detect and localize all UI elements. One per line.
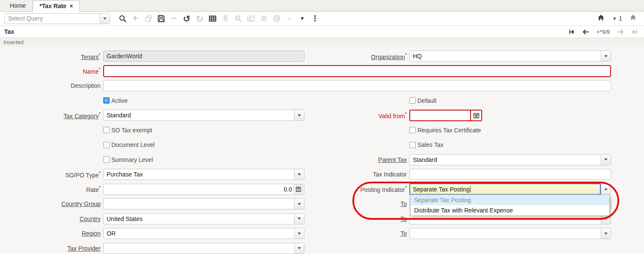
collapse-small-icon[interactable]: ▴ bbox=[285, 13, 294, 24]
tab-bar: Home *Tax Rate × bbox=[0, 0, 644, 12]
sales-tax-checkbox-box[interactable] bbox=[409, 142, 416, 148]
menu-down-icon[interactable]: ▼ bbox=[298, 13, 307, 24]
select-query-dropdown-button[interactable] bbox=[100, 14, 110, 24]
select-query-combobox bbox=[4, 13, 110, 24]
tax-category-dropdown-button[interactable] bbox=[294, 110, 304, 120]
tax-category-label: Tax Category* bbox=[0, 111, 103, 120]
posting-indicator-dropdown-list: Separate Tax Posting Distribute Tax with… bbox=[410, 194, 610, 216]
tenant-field: GardenWorld bbox=[103, 51, 304, 62]
parent-tax-dropdown-button[interactable] bbox=[601, 155, 611, 165]
copy-record-icon[interactable] bbox=[143, 13, 153, 24]
tenant-label: Tenant* bbox=[0, 52, 103, 60]
open-windows-count: 1 bbox=[619, 15, 622, 22]
country-dropdown-button[interactable] bbox=[294, 214, 304, 224]
process-icon[interactable]: ⚙ bbox=[259, 13, 268, 24]
region-dropdown-button[interactable] bbox=[294, 228, 304, 239]
so-po-type-label: SO/PO Type* bbox=[0, 170, 103, 179]
record-navigation: +*9/9 bbox=[568, 29, 638, 35]
posting-indicator-input[interactable]: Separate Tax Posting bbox=[409, 183, 601, 195]
requires-tax-certificate-checkbox-box[interactable] bbox=[409, 127, 416, 133]
parent-tax-label: Parent Tax bbox=[304, 156, 409, 163]
delete-record-icon[interactable]: − bbox=[169, 13, 179, 24]
description-input[interactable] bbox=[103, 80, 611, 91]
description-label: Description bbox=[0, 82, 103, 89]
record-position: +*9/9 bbox=[596, 29, 610, 35]
toolbar-right: ▼ 1 bbox=[597, 14, 644, 23]
to-region-label: To bbox=[304, 230, 409, 237]
active-checkbox-box[interactable] bbox=[103, 97, 110, 104]
dropdown-option-separate-tax-posting[interactable]: Separate Tax Posting bbox=[411, 195, 609, 205]
sales-tax-checkbox[interactable]: Sales Tax bbox=[409, 141, 611, 148]
next-record-icon[interactable] bbox=[617, 29, 624, 35]
more-icon[interactable]: ⋮ bbox=[310, 13, 320, 24]
active-checkbox[interactable]: Active bbox=[103, 97, 304, 104]
collapse-header-icon[interactable] bbox=[630, 15, 636, 22]
so-po-type-combobox[interactable]: Purchase Tax bbox=[103, 169, 304, 180]
summary-level-checkbox[interactable]: Summary Level bbox=[103, 156, 304, 163]
save-icon[interactable] bbox=[156, 13, 166, 24]
toolbar: + − ↺ ↻ ⚙ bbox=[0, 12, 644, 26]
last-record-icon[interactable] bbox=[632, 29, 638, 35]
valid-from-field bbox=[409, 110, 482, 121]
to-region-dropdown-button[interactable] bbox=[601, 228, 611, 239]
tax-indicator-input[interactable] bbox=[409, 169, 611, 180]
select-query-input[interactable] bbox=[5, 14, 100, 24]
tax-provider-combobox[interactable] bbox=[103, 243, 304, 254]
tax-form: Tenant* GardenWorld Organization* HQ Nam… bbox=[0, 47, 644, 254]
so-tax-exempt-checkbox-box[interactable] bbox=[103, 127, 110, 133]
parent-tax-combobox[interactable]: Standard bbox=[409, 154, 611, 165]
posting-indicator-dropdown-button[interactable] bbox=[601, 184, 611, 195]
windows-caret-icon: ▼ bbox=[612, 16, 617, 21]
close-tab-icon[interactable]: × bbox=[69, 3, 73, 9]
so-tax-exempt-checkbox[interactable]: SO Tax exempt bbox=[103, 127, 304, 134]
calculator-button[interactable] bbox=[294, 185, 303, 194]
default-checkbox[interactable]: Default bbox=[409, 97, 611, 104]
region-label: Region bbox=[0, 230, 103, 237]
calendar-button[interactable] bbox=[470, 111, 481, 120]
tab-home[interactable]: Home bbox=[3, 0, 33, 11]
grid-toggle-icon[interactable] bbox=[208, 13, 217, 24]
report-icon[interactable] bbox=[246, 13, 256, 24]
summary-level-checkbox-box[interactable] bbox=[103, 156, 110, 163]
requires-tax-certificate-checkbox[interactable]: Requires Tax Certificate bbox=[409, 127, 611, 134]
undo-icon[interactable]: ↺ bbox=[182, 13, 191, 24]
quick-search-icon[interactable] bbox=[118, 13, 127, 24]
country-combobox[interactable]: United States bbox=[103, 213, 304, 224]
organization-dropdown-button[interactable] bbox=[601, 51, 611, 61]
country-label: Country bbox=[0, 215, 103, 222]
tab-tax-rate[interactable]: *Tax Rate × bbox=[33, 0, 80, 12]
so-po-type-dropdown-button[interactable] bbox=[294, 169, 304, 179]
organization-combobox[interactable]: HQ bbox=[409, 51, 611, 62]
posting-indicator-label: Posting Indicator* bbox=[304, 185, 409, 193]
default-checkbox-box[interactable] bbox=[409, 97, 416, 104]
first-record-icon[interactable] bbox=[568, 29, 575, 35]
country-group-label: Country Group bbox=[0, 200, 103, 207]
to-region-combobox[interactable] bbox=[409, 228, 611, 239]
name-input[interactable] bbox=[103, 65, 611, 77]
home-icon[interactable] bbox=[597, 14, 605, 23]
tax-provider-label: Tax Provider bbox=[0, 245, 103, 252]
document-level-checkbox[interactable]: Document Level bbox=[103, 141, 304, 148]
detail-header: Tax +*9/9 bbox=[0, 26, 644, 38]
country-group-dropdown-button[interactable] bbox=[294, 199, 304, 209]
new-record-icon[interactable]: + bbox=[131, 13, 140, 24]
country-group-combobox[interactable] bbox=[103, 198, 304, 209]
zoom-across-icon[interactable] bbox=[233, 13, 243, 24]
rate-input[interactable]: 0.0 bbox=[103, 184, 304, 195]
tax-provider-dropdown-button[interactable] bbox=[294, 243, 304, 254]
document-level-checkbox-box[interactable] bbox=[103, 142, 110, 148]
valid-from-input[interactable] bbox=[410, 111, 470, 120]
name-label: Name* bbox=[0, 67, 103, 75]
requery-icon[interactable]: ↻ bbox=[195, 13, 204, 24]
region-combobox[interactable]: OR bbox=[103, 228, 304, 239]
tab-home-label: Home bbox=[10, 2, 26, 9]
window-title: Tax bbox=[4, 28, 14, 35]
previous-record-icon[interactable] bbox=[582, 29, 589, 35]
dropdown-option-distribute-tax[interactable]: Distribute Tax with Relevant Expense bbox=[411, 205, 609, 215]
calculator-icon bbox=[295, 186, 301, 192]
open-windows-control[interactable]: ▼ 1 bbox=[612, 15, 622, 22]
tab-tax-rate-label: *Tax Rate bbox=[39, 3, 66, 9]
tax-category-combobox[interactable]: Standard bbox=[103, 110, 304, 121]
attachment-icon[interactable] bbox=[221, 13, 230, 24]
print-icon[interactable] bbox=[272, 13, 281, 24]
